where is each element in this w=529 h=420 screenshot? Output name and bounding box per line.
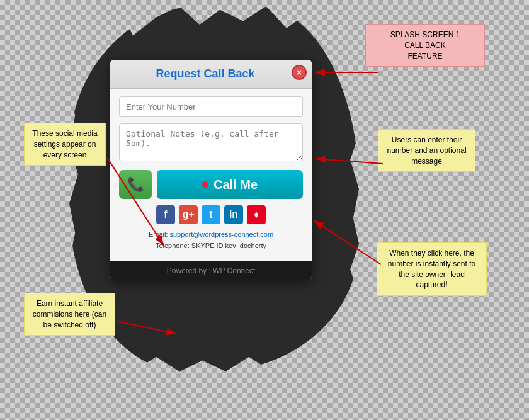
splash-screen-note: SPLASH SCREEN 1CALL BACKFEATURE — [365, 24, 485, 67]
action-buttons: 📞 Call Me — [119, 170, 303, 199]
optional-notes-input[interactable] — [119, 123, 303, 161]
users-enter-note-text: Users can enter their number and an opti… — [387, 135, 466, 166]
powered-by-text: Powered by : WP Connect — [167, 266, 256, 275]
close-button[interactable]: × — [292, 65, 307, 80]
splash-screen-note-text: SPLASH SCREEN 1CALL BACKFEATURE — [390, 30, 460, 60]
linkedin-icon[interactable]: in — [224, 205, 243, 224]
facebook-icon[interactable]: f — [156, 205, 175, 224]
twitter-icon[interactable]: t — [202, 205, 220, 224]
social-media-note: These social media settings appear on ev… — [24, 123, 106, 166]
affiliate-note: Earn instant affiliate commisions here (… — [24, 293, 115, 336]
modal-title: Request Call Back — [156, 67, 254, 80]
click-here-note-text: When they click here, the number is inst… — [388, 249, 475, 289]
email-label: Email: — [149, 230, 168, 238]
modal-window: Request Call Back × 📞 Call Me f g+ t in … — [110, 60, 312, 280]
contact-info: Email: support@wordpress-connect.com Tel… — [119, 229, 303, 251]
phone-label: Telephone: SKYPE ID kev_docherty — [156, 242, 266, 249]
email-link[interactable]: support@wordpress-connect.com — [170, 230, 274, 238]
social-media-note-text: These social media settings appear on ev… — [32, 129, 97, 159]
click-here-note: When they click here, the number is inst… — [377, 242, 487, 296]
google-plus-icon[interactable]: g+ — [179, 205, 198, 224]
modal-body: 📞 Call Me f g+ t in ♦ Email: support@wor… — [110, 89, 312, 261]
modal-header: Request Call Back × — [110, 60, 312, 89]
affiliate-note-text: Earn instant affiliate commisions here (… — [33, 299, 106, 329]
phone-icon-button[interactable]: 📞 — [119, 170, 152, 199]
call-me-button[interactable]: Call Me — [157, 170, 303, 199]
social-icons-row: f g+ t in ♦ — [119, 205, 303, 224]
modal-footer: Powered by : WP Connect — [110, 261, 312, 280]
record-dot-icon — [202, 181, 208, 188]
call-me-label: Call Me — [213, 178, 258, 192]
users-enter-note: Users can enter their number and an opti… — [378, 129, 475, 172]
pinterest-icon[interactable]: ♦ — [247, 205, 266, 224]
phone-number-input[interactable] — [119, 96, 303, 117]
phone-icon: 📞 — [127, 176, 144, 193]
